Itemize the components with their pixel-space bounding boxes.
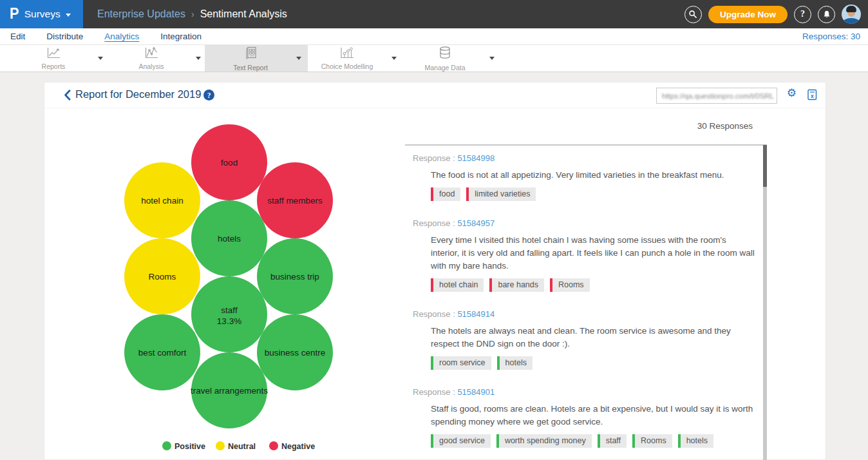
chevron-left-icon (64, 90, 71, 101)
toolbar-item-manage-data[interactable]: Manage Data (401, 45, 501, 72)
chevron-down-icon[interactable] (489, 57, 495, 60)
response-item: Response : 51584957Every time I visited … (413, 218, 767, 292)
gear-icon: ⚙ (787, 87, 797, 99)
share-url-input[interactable]: https://qa.questionpro.com/t/0SRL (656, 88, 777, 104)
sentiment-bubble-chart: foodhotel chainstaff membershotelsRoomsb… (82, 118, 379, 459)
toolbar-item-choice-modelling[interactable]: Choice Modelling (303, 45, 403, 72)
settings-button[interactable]: ⚙ (787, 88, 797, 99)
toolbar-tile: Analysis (107, 45, 196, 72)
toolbar-item-analysis[interactable]: Analysis (107, 45, 207, 72)
upgrade-now-button[interactable]: Upgrade Now (708, 6, 788, 23)
tag-worth-spending-money[interactable]: worth spending money (496, 434, 592, 448)
bubble-label: travel arrangements (191, 386, 268, 396)
tag-hotel-chain[interactable]: hotel chain (431, 278, 484, 292)
avatar-hair (846, 6, 856, 12)
breadcrumb-separator: › (191, 9, 194, 19)
tag-hotels[interactable]: hotels (678, 434, 713, 448)
subnav-item-edit[interactable]: Edit (10, 32, 25, 41)
tag-rooms[interactable]: Rooms (632, 434, 672, 448)
tag-limited-varieties[interactable]: limited varieties (466, 187, 536, 201)
export-excel-button[interactable]: x (807, 89, 817, 103)
report-header: Report for December 2019 ? https://qa.qu… (44, 82, 826, 108)
bubble-label: staff members (267, 196, 323, 206)
response-text: The hotels are always neat and clean. Th… (431, 325, 757, 350)
tag-food[interactable]: food (431, 187, 460, 201)
breadcrumb-folder-link[interactable]: Enterprise Updates (97, 8, 185, 20)
avatar[interactable] (842, 5, 861, 24)
notifications-button[interactable] (818, 6, 835, 23)
response-tags: room servicehotels (431, 356, 767, 370)
response-id-link[interactable]: 51584998 (457, 153, 495, 163)
tag-good-service[interactable]: good service (431, 434, 491, 448)
chevron-down-icon[interactable] (98, 57, 103, 60)
response-id-link[interactable]: 51584901 (457, 387, 495, 397)
bubble-label: staff (221, 305, 238, 315)
response-item: Response : 51584901Staff is good, rooms … (413, 387, 767, 448)
subnav-item-analytics[interactable]: Analytics (104, 32, 139, 41)
legend-dot-positive (162, 441, 171, 450)
tag-rooms[interactable]: Rooms (550, 278, 590, 292)
responses-count: Responses: 30 (802, 32, 860, 41)
bubble-label: hotel chain (141, 196, 183, 206)
brand-area[interactable]: P Surveys (0, 0, 83, 28)
response-id-link[interactable]: 51584914 (457, 309, 495, 319)
bubble-label: Rooms (149, 272, 176, 282)
toolbar-item-label: Reports (42, 62, 66, 70)
legend-label: Neutral (228, 442, 256, 451)
response-id-link[interactable]: 51584957 (457, 218, 495, 228)
response-tags: foodlimited varieties (431, 187, 767, 201)
toolbar-tile: Manage Data (401, 45, 489, 72)
response-id-row: Response : 51584998 (413, 153, 767, 163)
svg-text:x: x (811, 93, 814, 99)
bell-icon (822, 10, 831, 19)
legend-dot-negative (269, 441, 278, 450)
choice-modelling-icon (339, 46, 355, 62)
help-button[interactable]: ? (794, 6, 811, 23)
tag-staff[interactable]: staff (598, 434, 627, 448)
subnav-item-integration[interactable]: Integration (160, 32, 202, 41)
response-text: The food is not at all appetizing. Very … (431, 169, 757, 182)
toolbar-item-reports[interactable]: Reports (9, 45, 109, 72)
avatar-shirt (843, 18, 860, 24)
toolbar-tile: Choice Modelling (303, 45, 392, 72)
search-button[interactable] (684, 6, 702, 23)
toolbar-item-label: Analysis (138, 62, 164, 70)
topnav-actions: Upgrade Now ? (684, 5, 868, 24)
toolbar-item-label: Choice Modelling (321, 62, 373, 70)
survey-subnav: EditDistributeAnalyticsIntegration Respo… (0, 28, 868, 45)
response-text: Every time I visited this hotel chain I … (431, 234, 757, 273)
title-help-button[interactable]: ? (203, 90, 214, 101)
bubble-label: best comfort (138, 348, 187, 358)
breadcrumb: Enterprise Updates › Sentiment Analysis (97, 8, 287, 20)
chevron-down-icon[interactable] (296, 57, 301, 60)
analytics-toolbar: ReportsAnalysisText ReportChoice Modelli… (0, 45, 868, 72)
report-card: Report for December 2019 ? https://qa.qu… (44, 82, 826, 460)
tag-room-service[interactable]: room service (431, 356, 491, 370)
subnav-items: EditDistributeAnalyticsIntegration (10, 32, 202, 41)
toolbar-tile: Reports (9, 45, 98, 72)
response-text: Staff is good, rooms are clean. Hotels a… (431, 403, 757, 428)
bubble-label: hotels (218, 234, 241, 244)
bubble-label: business trip (270, 272, 319, 282)
subnav-item-distribute[interactable]: Distribute (46, 32, 83, 41)
response-id-row: Response : 51584914 (413, 309, 767, 319)
legend-label: Positive (175, 442, 205, 451)
legend-label: Negative (281, 442, 315, 451)
back-button[interactable] (64, 90, 71, 103)
toolbar-item-label: Manage Data (424, 64, 465, 72)
bubble-label: food (221, 158, 238, 168)
line-chart-icon (46, 46, 61, 62)
toolbar-tile: Text Report (205, 45, 296, 72)
response-id-row: Response : 51584957 (413, 218, 767, 228)
tag-bare-hands[interactable]: bare hands (489, 278, 544, 292)
scrollbar-thumb[interactable] (763, 145, 767, 187)
chevron-down-icon[interactable] (392, 57, 397, 60)
response-item: Response : 51584914The hotels are always… (413, 309, 767, 370)
questionpro-logo: P (10, 6, 19, 21)
chevron-down-icon[interactable] (196, 57, 201, 60)
toolbar-item-text-report[interactable]: Text Report (205, 45, 308, 72)
chevron-down-icon (66, 14, 71, 17)
responses-list: Response : 51584998The food is not at al… (405, 144, 767, 460)
tag-hotels[interactable]: hotels (497, 356, 533, 370)
responses-scrollbar[interactable] (763, 145, 767, 460)
